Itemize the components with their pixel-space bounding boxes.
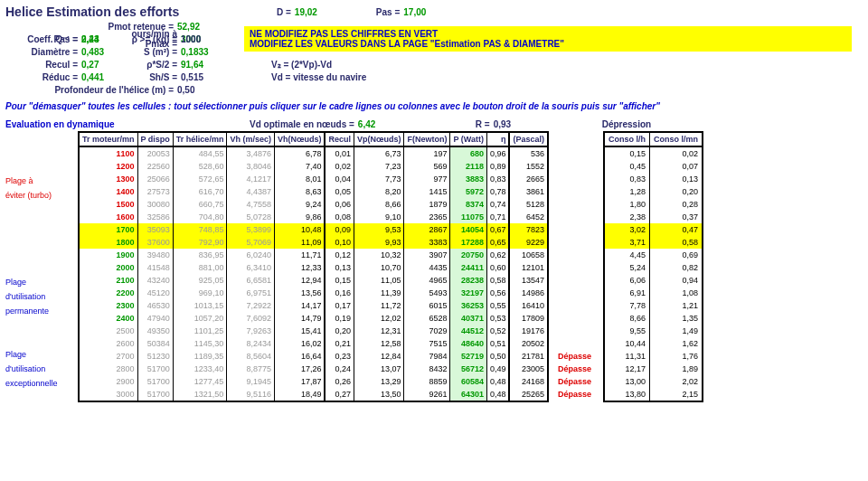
row-group-label [5,319,78,334]
warning-line-2: MODIFIEZ LES VALEURS DANS LA PAGE "Estim… [250,39,846,49]
depasse-label: Dépasse [556,363,605,375]
depasse-label: Dépasse [556,350,605,363]
row-group-label [5,160,78,174]
depasse-label [556,312,605,325]
r-label: R = [476,119,490,129]
col-header: Tr hélice/mn [173,132,227,146]
col-header: P (Watt) [450,132,487,146]
row-group-label [5,247,78,261]
depasse-label [556,337,605,350]
row-group-label: Plage à [5,174,78,189]
row-group-label: exceptionnelle [5,377,78,391]
row-group-label [5,203,78,218]
warning-line-1: NE MODIFIEZ PAS LES CHIFFRES EN VERT [250,29,846,39]
depasse-label [556,236,605,249]
pas-top-label: Pas = [376,7,400,17]
shs-label: Sh/S = [114,72,181,82]
row-group-label: permanente [5,305,78,319]
rhos2-value: 91,64 [181,60,235,70]
col-header: Tr moteur/mn [79,132,137,146]
table-row: 190039480836,956,024011,710,1210,3239072… [79,249,548,261]
depression-label: Dépression [602,119,651,129]
depasse-label: Dépasse [556,375,605,388]
depasse-label [556,211,605,223]
row-group-label [5,261,78,276]
row-group-label [5,218,78,232]
table-row: 2300465301013,157,292214,170,1711,726015… [79,299,548,312]
row-group-label: d'utilisation [5,290,78,305]
warning-box: NE MODIFIEZ PAS LES CHIFFRES EN VERT MOD… [244,26,852,52]
prof-value: 0,50 [177,85,194,95]
depasse-label [556,299,605,312]
row-group-label: éviter (turbo) [5,189,78,203]
main-table: Tr moteur/mnP dispoTr hélice/mnVh (m/sec… [78,131,549,402]
row-group-label: Plage [5,276,78,290]
depasse-label [556,147,605,160]
s-value: 0,1833 [181,47,235,57]
depasse-label [556,249,605,261]
d-value: 19,02 [295,7,349,17]
depasse-label [556,185,605,198]
depasse-label [556,198,605,211]
table-row: 150030080660,754,75589,240,068,661879837… [79,198,548,211]
rho-label: ρ >= (kg) = [114,34,181,44]
rhos2-label: ρ*S/2 = [114,60,181,70]
coefq-label: Coeff. Q⁻¹ = [5,34,81,44]
table-row: 170035093748,855,389910,480,099,53286714… [79,223,548,236]
col-header: F(Newton) [404,132,450,146]
page-title: Helice Estimation des efforts [5,5,186,19]
table-row: 110020053484,553,48766,780,016,731976800… [79,146,548,160]
s-label: S (m²) = [114,47,181,57]
recul-value: 0,27 [81,60,114,70]
rho-value: 1000 [181,34,235,44]
reduc-value: 0,441 [81,72,114,82]
unmask-note: Pour "démasquer" toutes les cellules : t… [5,101,852,111]
r-value: 0,93 [494,119,548,129]
row-group-label: d'utilisation [5,363,78,377]
eval-title: Evaluation en dynamique [5,119,195,129]
col-header: (Pascal) [509,132,548,146]
conso-col-header: Conso l/mn [649,132,703,146]
vd-opt-value: 6,42 [358,119,403,129]
col-header: η [486,132,509,146]
table-row: 180037600792,905,706911,090,109,93338317… [79,236,548,249]
diam-value: 0,483 [81,47,114,57]
row-group-label [5,406,78,420]
depasse-label [556,173,605,185]
vd-formula: Vd = vitesse du navire [271,72,366,82]
table-row: 2900517001277,459,194517,870,2613,298859… [79,375,548,388]
table-row: 3000517001321,509,511618,490,2713,509261… [79,388,548,401]
row-group-label [5,146,78,160]
row-group-label [5,420,78,435]
depasse-label [556,160,605,173]
row-group-label: Plage [5,348,78,363]
table-row: 2700512301189,358,560416,640,2312,847984… [79,350,548,363]
row-group-label [5,334,78,348]
table-row: 140027573616,704,43878,630,058,201415597… [79,185,548,198]
prof-label: Profondeur de l'hélice (m) = [33,85,174,95]
reduc-label: Réduc = [5,72,81,82]
depasse-label [556,223,605,236]
depasse-label [556,261,605,274]
depasse-label [556,287,605,299]
table-row: 2800517001233,408,877517,260,2413,078432… [79,363,548,375]
col-header: Vh (m/sec) [227,132,275,146]
table-row: 220045120969,106,975113,560,1611,3954933… [79,287,548,299]
depasse-label: Dépasse [556,388,605,401]
col-header: P dispo [137,132,173,146]
depasse-label [556,274,605,287]
table-row: 120022560528,603,80467,400,027,235692118… [79,160,548,173]
col-header: Vh(Nœuds) [274,132,325,146]
table-row: 200041548881,006,341012,330,1310,7044352… [79,261,548,274]
v2-formula: V₂ = (2*Vp)-Vd [271,60,332,70]
vd-opt-label: Vd optimale en nœuds = [250,119,354,129]
pas-top-value: 17,00 [403,7,426,17]
d-label: D = [277,7,291,17]
table-row: 130025066572,654,12178,010,047,739773883… [79,173,548,185]
diam-label: Diamètre = [5,47,81,57]
table-row: 2400479401057,207,609214,790,1912,026528… [79,312,548,325]
conso-col-header: Conso l/h [604,132,650,146]
col-header: Vp(Nœuds) [354,132,404,146]
row-group-label [5,232,78,247]
table-row: 210043240925,056,658112,940,1511,0549652… [79,274,548,287]
